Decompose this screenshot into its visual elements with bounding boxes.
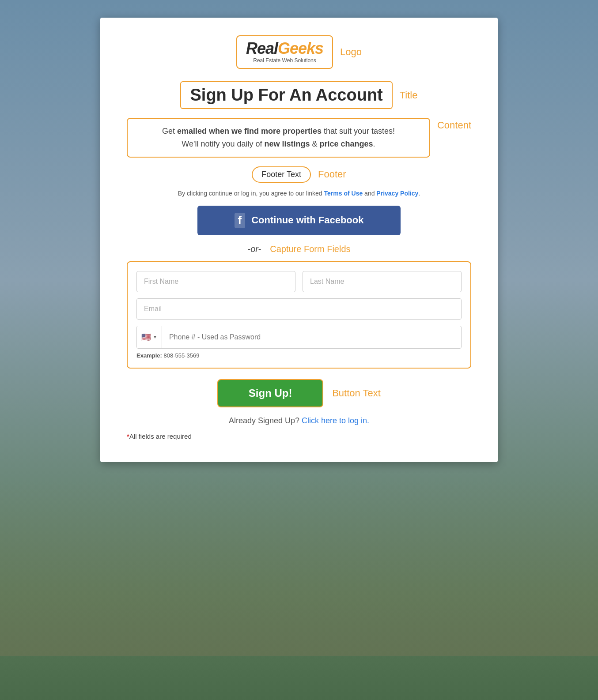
signup-button[interactable]: Sign Up! <box>217 379 323 407</box>
first-name-input[interactable] <box>136 271 295 292</box>
footer-text: Footer Text <box>261 170 301 179</box>
logo-section: RealGeeks Real Estate Web Solutions Logo <box>127 35 471 69</box>
logo-real: Real <box>246 39 278 57</box>
terms-period: . <box>418 190 420 197</box>
phone-input[interactable] <box>162 327 461 347</box>
content-bold2: new listings <box>265 139 310 148</box>
title-box: Sign Up For An Account <box>180 81 392 109</box>
facebook-button-text: Continue with Facebook <box>251 215 363 226</box>
terms-prefix: By clicking continue or log in, you agre… <box>178 190 324 197</box>
content-line1: Get emailed when we find more properties… <box>136 125 420 138</box>
phone-row: 🇺🇸 ▼ <box>136 326 462 349</box>
logo-geeks: Geeks <box>278 39 323 57</box>
capture-form: 🇺🇸 ▼ Example: 808-555-3569 <box>127 261 471 369</box>
required-note: *All fields are required <box>127 433 471 440</box>
content-bold3: price changes <box>320 139 373 148</box>
email-input[interactable] <box>136 298 462 320</box>
footer-box: Footer Text <box>252 166 311 183</box>
terms-of-use-link[interactable]: Terms of Use <box>324 190 363 197</box>
phone-flag-selector[interactable]: 🇺🇸 ▼ <box>137 326 162 348</box>
content-mid: & <box>310 139 320 148</box>
content-suffix1: that suit your tastes! <box>322 127 395 135</box>
login-link[interactable]: Click here to log in. <box>302 416 369 425</box>
content-prefix2: We'll notify you daily of <box>182 139 264 148</box>
content-suffix2: . <box>373 139 375 148</box>
content-prefix: Get <box>162 127 177 135</box>
logo-sub: Real Estate Web Solutions <box>253 57 316 64</box>
page-title: Sign Up For An Account <box>190 86 382 105</box>
button-text-label: Button Text <box>332 388 381 399</box>
facebook-button[interactable]: f Continue with Facebook <box>197 206 401 235</box>
footer-label: Footer <box>318 169 346 180</box>
facebook-icon: f <box>235 213 246 228</box>
last-name-input[interactable] <box>303 271 462 292</box>
privacy-policy-link[interactable]: Privacy Policy <box>376 190 418 197</box>
already-signed-up: Already Signed Up? Click here to log in. <box>127 416 471 425</box>
already-text: Already Signed Up? <box>229 416 299 425</box>
terms-and: and <box>363 190 376 197</box>
capture-form-label: Capture Form Fields <box>270 244 350 254</box>
required-text: All fields are required <box>129 433 192 440</box>
or-text: -or- <box>247 244 261 254</box>
signup-row: Sign Up! Button Text <box>127 379 471 407</box>
email-row <box>136 298 462 320</box>
or-divider: -or- Capture Form Fields <box>127 244 471 254</box>
phone-example: Example: 808-555-3569 <box>136 352 462 359</box>
logo-label: Logo <box>340 46 362 58</box>
title-label: Title <box>400 90 418 101</box>
content-section: Get emailed when we find more properties… <box>127 118 471 158</box>
content-line2: We'll notify you daily of new listings &… <box>136 138 420 151</box>
terms-text: By clicking continue or log in, you agre… <box>127 190 471 197</box>
logo-box: RealGeeks Real Estate Web Solutions <box>236 35 333 69</box>
content-box: Get emailed when we find more properties… <box>127 118 430 158</box>
example-value: 808-555-3569 <box>163 352 199 359</box>
title-section: Sign Up For An Account Title <box>127 81 471 109</box>
name-row <box>136 271 462 292</box>
content-bold1: emailed when we find more properties <box>177 127 322 135</box>
flag-emoji: 🇺🇸 <box>141 332 151 342</box>
signup-card: RealGeeks Real Estate Web Solutions Logo… <box>100 18 498 462</box>
footer-section: Footer Text Footer <box>127 166 471 183</box>
example-label: Example: <box>136 352 162 359</box>
flag-chevron: ▼ <box>153 335 157 339</box>
content-label: Content <box>437 118 471 131</box>
